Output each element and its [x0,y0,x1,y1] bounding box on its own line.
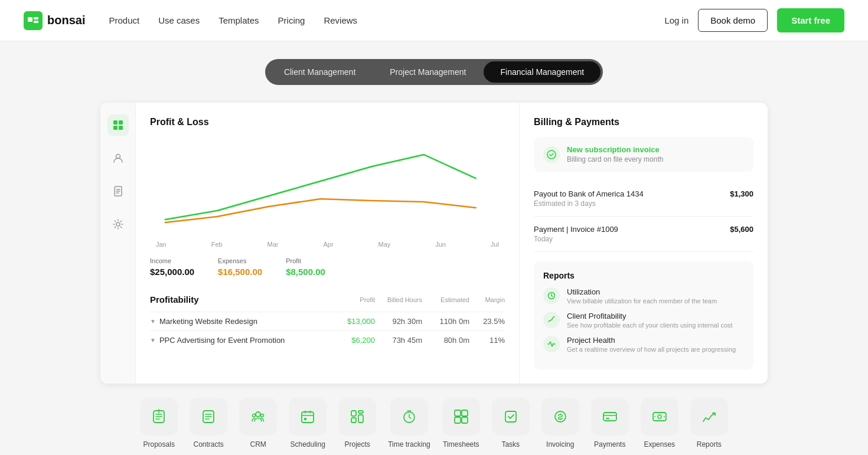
col-estimated: Estimated [422,296,469,303]
report-name-health: Project Health [567,336,736,345]
bottom-proposals[interactable]: Proposals [140,398,178,449]
login-button[interactable]: Log in [664,15,688,25]
tab-client-management[interactable]: Client Management [267,61,372,83]
reports-card-title: Reports [543,271,744,280]
nav-reviews[interactable]: Reviews [324,15,357,25]
svg-rect-2 [34,17,38,19]
month-feb: Feb [211,241,223,248]
month-apr: Apr [323,241,333,248]
row-profit-1: $13,000 [328,317,375,326]
bottom-scheduling[interactable]: Scheduling [289,398,327,449]
timesheets-label: Timesheets [443,440,479,449]
month-jan: Jan [156,241,167,248]
payment-info-1: Payout to Bank of America 1434 Estimated… [534,189,644,208]
profitability-columns: Profit Billed Hours Estimated Margin [328,296,505,303]
sidebar-icon-home[interactable] [107,114,129,136]
svg-rect-26 [351,418,356,423]
income-item: Income $25,000.00 [150,257,194,277]
time-tracking-label: Time tracking [388,440,430,449]
profitability-header: Profitability Profit Billed Hours Estima… [150,294,505,305]
report-item-utilization: Utilization View billable utilization fo… [543,287,744,305]
income-label: Income [150,257,194,264]
svg-rect-25 [358,411,363,413]
report-desc-profitability: See how profitable each of your clients … [567,322,733,329]
report-name-utilization: Utilization [567,287,717,296]
svg-rect-32 [462,417,468,423]
expenses-label: Expenses [218,257,262,264]
nav-use-cases[interactable]: Use cases [158,15,200,25]
svg-rect-36 [606,418,609,419]
bottom-time-tracking[interactable]: Time tracking [388,398,430,449]
proposals-label: Proposals [143,440,175,449]
svg-rect-22 [302,412,314,423]
bottom-payments[interactable]: Payments [591,398,629,449]
payment-name-2: Payment | Invoice #1009 [534,225,618,234]
income-value: $25,000.00 [150,267,194,277]
content-area: Profit & Loss Jan Feb Mar Apr May [136,103,768,384]
book-demo-button[interactable]: Book demo [698,9,768,32]
payment-row-1: Payout to Bank of America 1434 Estimated… [534,181,753,217]
tasks-label: Tasks [501,440,520,449]
logo-text: bonsai [47,14,85,27]
tab-project-management[interactable]: Project Management [373,61,482,83]
sidebar-icon-doc[interactable] [107,181,129,202]
nav-templates[interactable]: Templates [218,15,259,25]
tasks-icon-box [492,398,530,436]
row-name-2: ▼ PPC Advertising for Event Promotion [150,336,328,345]
bottom-crm[interactable]: CRM [239,398,277,449]
svg-rect-4 [113,120,118,125]
start-free-button[interactable]: Start free [777,8,844,32]
row-billed-1: 92h 30m [375,317,422,326]
expenses-label: Expenses [644,440,675,449]
bottom-expenses[interactable]: Expenses [641,398,678,449]
chevron-down-icon: ▼ [150,318,156,325]
bottom-invoicing[interactable]: Invoicing [541,398,579,449]
scheduling-icon-box [289,398,327,436]
logo[interactable]: bonsai [24,11,85,30]
svg-rect-29 [455,410,461,416]
col-profit: Profit [328,296,375,303]
payment-name-1: Payout to Bank of America 1434 [534,189,644,198]
time-tracking-icon-box [390,398,428,436]
payment-sub-1: Estimated in 3 days [534,199,644,208]
svg-rect-30 [462,410,468,416]
payment-amount-1: $1,300 [730,189,753,198]
sidebar-icon-person[interactable] [107,148,129,169]
invoice-icon [543,146,560,163]
svg-point-20 [253,414,256,417]
month-may: May [378,241,390,248]
profit-value: $8,500.00 [286,267,325,277]
proposals-icon-box [140,398,178,436]
bottom-reports[interactable]: Reports [690,398,728,449]
bottom-tasks[interactable]: Tasks [492,398,530,449]
expenses-icon-box [641,398,678,436]
report-name-profitability: Client Profitability [567,312,733,320]
bottom-projects[interactable]: Projects [338,398,376,449]
svg-point-40 [664,416,665,417]
expenses-item: Expenses $16,500.00 [218,257,262,277]
chevron-down-icon: ▼ [150,337,156,343]
dashboard: Profit & Loss Jan Feb Mar Apr May [100,103,768,384]
contracts-icon-box [190,398,227,436]
bottom-timesheets[interactable]: Timesheets [442,398,480,449]
row-estimated-2: 80h 0m [422,336,469,345]
col-margin: Margin [469,296,505,303]
sidebar-icon-settings[interactable] [107,214,129,235]
payments-icon-box [591,398,629,436]
nav-pricing[interactable]: Pricing [278,15,305,25]
timesheets-icon-box [442,398,480,436]
invoice-card: New subscription invoice Billing card on… [534,137,753,172]
table-row: ▼ PPC Advertising for Event Promotion $6… [150,330,505,349]
bottom-contracts[interactable]: Contracts [190,398,227,449]
contracts-label: Contracts [194,440,224,449]
svg-point-19 [256,412,260,417]
tab-financial-management[interactable]: Financial Management [484,61,601,83]
profit-loss-title: Profit & Loss [150,117,505,127]
row-margin-1: 23.5% [469,317,505,326]
svg-point-21 [261,414,264,417]
navbar: bonsai Product Use cases Templates Prici… [0,0,868,41]
payments-label: Payments [594,440,625,449]
nav-product[interactable]: Product [109,15,139,25]
report-item-health: Project Health Get a realtime overview o… [543,336,744,353]
svg-rect-31 [455,417,461,423]
